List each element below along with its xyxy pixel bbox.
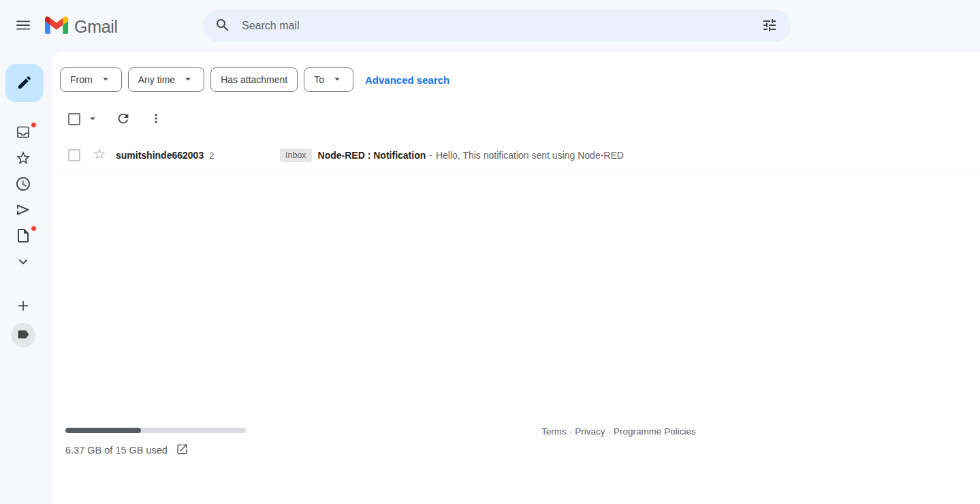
- topbar: Gmail: [0, 0, 980, 52]
- sidebar-item-sent[interactable]: [7, 198, 39, 223]
- email-list-row[interactable]: sumitshinde662003 2 Inbox Node-RED : Not…: [52, 140, 980, 170]
- footer-separator: ·: [569, 426, 573, 437]
- compose-button[interactable]: [5, 64, 44, 102]
- chip-label: Has attachment: [221, 74, 287, 85]
- sidebar-item-drafts[interactable]: [7, 223, 39, 249]
- gmail-m-icon: [45, 16, 68, 37]
- sidebar-item-more[interactable]: [7, 249, 39, 275]
- filter-chip-to[interactable]: To: [304, 67, 353, 92]
- row-snippet: Hello, This notification sent using Node…: [436, 150, 624, 161]
- gmail-logo-text: Gmail: [74, 17, 118, 37]
- programme-policies-link[interactable]: Programme Policies: [614, 426, 696, 437]
- chevron-down-icon: [15, 253, 31, 272]
- inbox-icon: [15, 124, 31, 142]
- search-bar[interactable]: [203, 10, 791, 42]
- main-panel: From Any time Has attachment To Advanced…: [52, 52, 980, 504]
- open-in-new-icon: [176, 443, 189, 458]
- sidebar-item-starred[interactable]: [7, 146, 39, 172]
- row-checkbox[interactable]: [68, 149, 80, 161]
- storage-label: 6.37 GB of 15 GB used: [65, 445, 168, 456]
- footer-separator: ·: [608, 426, 612, 437]
- sidebar: [0, 52, 52, 504]
- row-subject: Node-RED : Notification: [318, 150, 426, 161]
- refresh-button[interactable]: [110, 106, 137, 133]
- pencil-icon: [16, 74, 33, 93]
- star-icon: [93, 147, 106, 163]
- thread-count: 2: [209, 151, 214, 161]
- row-content: Inbox Node-RED : Notification - Hello, T…: [280, 148, 624, 162]
- dropdown-arrow-icon: [99, 73, 112, 87]
- chip-label: From: [70, 74, 93, 85]
- row-sender: sumitshinde662003 2: [116, 150, 270, 161]
- search-filter-chips: From Any time Has attachment To Advanced…: [60, 67, 449, 92]
- sidebar-item-inbox[interactable]: [7, 120, 39, 146]
- chip-label: Any time: [138, 74, 175, 85]
- tune-icon: [761, 17, 778, 35]
- dropdown-arrow-icon: [182, 73, 194, 87]
- sidebar-item-snoozed[interactable]: [7, 172, 39, 198]
- send-icon: [15, 202, 31, 220]
- sender-name: sumitshinde662003: [116, 150, 204, 161]
- hamburger-icon: [14, 16, 32, 36]
- search-input[interactable]: [239, 20, 753, 32]
- more-options-button[interactable]: [142, 106, 170, 133]
- filter-chip-from[interactable]: From: [60, 67, 122, 92]
- sidebar-item-labels[interactable]: [11, 323, 35, 347]
- clock-icon: [15, 176, 31, 194]
- row-star-button[interactable]: [93, 147, 106, 163]
- refresh-icon: [116, 111, 131, 128]
- drafts-unread-dot: [31, 225, 37, 232]
- gmail-logo[interactable]: Gmail: [45, 16, 118, 37]
- storage-manage-link[interactable]: [174, 441, 190, 459]
- label-icon: [16, 328, 30, 343]
- list-toolbar: [68, 106, 170, 133]
- main-menu-button[interactable]: [7, 10, 39, 42]
- subject-snippet-separator: -: [429, 150, 432, 161]
- plus-icon: [15, 298, 31, 316]
- search-submit-button[interactable]: [206, 10, 239, 42]
- sidebar-item-new-label[interactable]: [7, 294, 39, 319]
- advanced-search-link[interactable]: Advanced search: [365, 74, 449, 86]
- draft-icon: [15, 227, 31, 246]
- inbox-badge: Inbox: [280, 148, 312, 162]
- storage-bar-fill: [65, 428, 141, 433]
- terms-link[interactable]: Terms: [541, 426, 567, 437]
- filter-chip-any-time[interactable]: Any time: [128, 67, 204, 92]
- storage-progress-bar: [65, 428, 246, 433]
- footer-links: Terms·Privacy·Programme Policies: [541, 426, 696, 437]
- privacy-link[interactable]: Privacy: [575, 426, 605, 437]
- dropdown-arrow-icon: [86, 112, 99, 127]
- select-all-checkbox[interactable]: [68, 113, 80, 125]
- chip-label: To: [314, 74, 324, 85]
- more-vert-icon: [148, 111, 163, 128]
- dropdown-arrow-icon: [331, 73, 343, 87]
- search-options-button[interactable]: [753, 10, 786, 42]
- search-icon: [215, 17, 231, 35]
- inbox-unread-dot: [31, 122, 37, 128]
- storage-quota: 6.37 GB of 15 GB used: [65, 428, 246, 459]
- filter-chip-has-attachment[interactable]: Has attachment: [210, 67, 298, 92]
- star-icon: [15, 150, 31, 168]
- select-dropdown-button[interactable]: [86, 112, 99, 127]
